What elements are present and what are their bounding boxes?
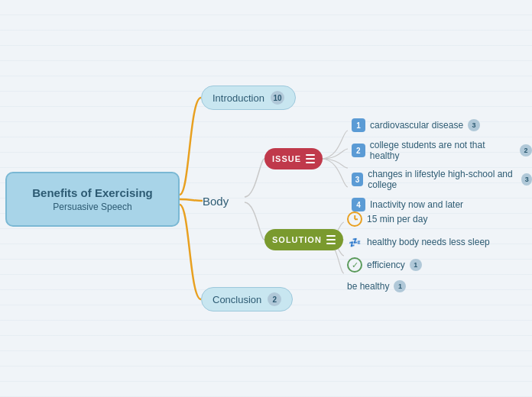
- issue-item-3: 3 changes in lifestyle high-school and c…: [352, 169, 532, 190]
- central-subtitle: Persuasive Speech: [53, 202, 131, 212]
- solution-item-4: be healthy 1: [347, 280, 490, 292]
- solution-label: SOLUTION: [272, 235, 322, 244]
- issue-item-4-num: 4: [352, 198, 365, 211]
- solution-item-4-badge: 1: [394, 280, 406, 292]
- issue-item-3-text: changes in lifestyle high-school and col…: [368, 169, 517, 190]
- central-title: Benefits of Exercising: [32, 186, 153, 200]
- body-node[interactable]: Body: [203, 189, 229, 212]
- issue-item-4-text: Inactivity now and later: [370, 199, 463, 210]
- conclusion-label: Conclusion: [212, 294, 261, 305]
- central-node: Benefits of Exercising Persuasive Speech: [5, 172, 180, 227]
- solution-node[interactable]: SOLUTION: [264, 229, 343, 250]
- body-label: Body: [203, 195, 229, 208]
- issue-item-2: 2 college students are not that healthy …: [352, 140, 532, 161]
- solution-item-4-text: be healthy: [347, 281, 389, 292]
- solution-items-list: 15 min per day 💤 healthy body needs less…: [347, 211, 490, 300]
- conclusion-badge: 2: [268, 292, 281, 306]
- issue-item-2-num: 2: [352, 144, 365, 157]
- solution-item-3-badge: 1: [410, 259, 422, 271]
- issue-item-2-badge: 2: [520, 144, 532, 157]
- issue-item-1-badge: 3: [468, 119, 480, 131]
- check-icon: ✓: [347, 257, 362, 273]
- issue-item-3-num: 3: [352, 173, 363, 186]
- issue-item-1: 1 cardiovascular disease 3: [352, 118, 532, 132]
- issue-items-list: 1 cardiovascular disease 3 2 college stu…: [352, 118, 532, 219]
- sleep-icon: 💤: [347, 234, 362, 250]
- intro-badge: 10: [271, 91, 284, 105]
- issue-label: ISSUE: [272, 154, 301, 163]
- conclusion-node[interactable]: Conclusion 2: [201, 287, 293, 311]
- clock-icon: [347, 211, 362, 227]
- solution-item-2: 💤 healthy body needs less sleep: [347, 234, 490, 250]
- intro-node[interactable]: Introduction 10: [201, 86, 296, 110]
- intro-label: Introduction: [212, 92, 264, 104]
- issue-item-1-num: 1: [352, 118, 365, 132]
- solution-item-3: ✓ efficiency 1: [347, 257, 490, 273]
- issue-lines-icon: [306, 154, 315, 163]
- solution-item-1: 15 min per day: [347, 211, 490, 227]
- solution-item-1-text: 15 min per day: [367, 214, 427, 224]
- issue-node[interactable]: ISSUE: [264, 148, 323, 169]
- solution-item-3-text: efficiency: [367, 260, 405, 270]
- issue-item-2-text: college students are not that healthy: [370, 140, 515, 161]
- issue-item-1-text: cardiovascular disease: [370, 120, 463, 131]
- solution-lines-icon: [326, 235, 336, 244]
- issue-item-4: 4 Inactivity now and later: [352, 198, 532, 211]
- solution-item-2-text: healthy body needs less sleep: [367, 237, 490, 247]
- issue-item-3-badge: 3: [521, 173, 532, 186]
